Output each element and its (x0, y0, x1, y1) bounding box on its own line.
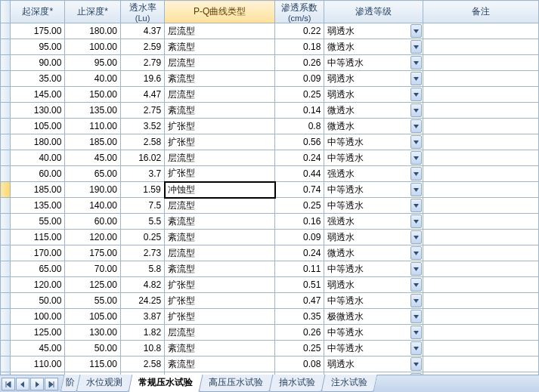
cell-start-depth[interactable]: 180.00 (11, 134, 65, 150)
row-selector[interactable] (1, 325, 11, 341)
cell-perm-rate[interactable]: 19.6 (120, 71, 164, 87)
cell-end-depth[interactable]: 175.00 (65, 245, 120, 261)
cell-end-depth[interactable]: 180.00 (65, 23, 120, 39)
cell-remark[interactable] (423, 103, 539, 119)
row-selector[interactable] (1, 55, 11, 71)
table-row[interactable]: 170.00175.002.73层流型0.24微透水 (1, 245, 539, 261)
cell-perm-rate[interactable]: 1.59 (120, 182, 164, 198)
table-row[interactable]: 40.0045.0016.02层流型0.24中等透水 (1, 150, 539, 166)
cell-start-depth[interactable]: 95.00 (11, 39, 65, 55)
table-row[interactable]: 90.0095.002.79层流型0.26中等透水 (1, 55, 539, 71)
cell-end-depth[interactable]: 70.00 (65, 261, 120, 277)
cell-perm-coef[interactable]: 0.16 (275, 214, 324, 230)
cell-perm-rate[interactable]: 2.58 (120, 134, 164, 150)
cell-pq-type[interactable]: 扩张型 (165, 119, 275, 134)
cell-perm-rate[interactable]: 2.75 (120, 103, 164, 119)
cell-end-depth[interactable]: 190.00 (65, 182, 120, 198)
cell-pq-type[interactable]: 层流型 (165, 245, 275, 261)
cell-start-depth[interactable]: 45.00 (11, 341, 65, 357)
tab-nav-next[interactable] (30, 378, 44, 390)
cell-perm-rate[interactable]: 3.7 (120, 166, 164, 182)
cell-end-depth[interactable]: 60.00 (65, 214, 120, 230)
cell-remark[interactable] (423, 23, 539, 39)
cell-pq-type[interactable]: 扩张型 (165, 277, 275, 293)
dropdown-button[interactable] (410, 310, 422, 323)
cell-end-depth[interactable]: 105.00 (65, 309, 120, 325)
cell-end-depth[interactable]: 95.00 (65, 55, 120, 71)
row-selector[interactable] (1, 214, 11, 230)
cell-start-depth[interactable]: 135.00 (11, 198, 65, 214)
cell-end-depth[interactable]: 125.00 (65, 277, 120, 293)
cell-pq-type[interactable]: 紊流型 (165, 261, 275, 277)
tab-pumping-test[interactable]: 抽水试验 (269, 375, 326, 392)
cell-pq-type[interactable]: 扩张型 (165, 309, 275, 325)
table-row[interactable]: 60.0065.003.7扩张型0.44强透水 (1, 166, 539, 182)
cell-remark[interactable] (423, 309, 539, 325)
col-pq-curve-type[interactable]: P-Q曲线类型 (165, 1, 275, 23)
cell-start-depth[interactable]: 90.00 (11, 55, 65, 71)
col-perm-grade[interactable]: 渗透等级 (324, 1, 423, 23)
cell-perm-rate[interactable]: 5.8 (120, 261, 164, 277)
table-row[interactable]: 185.00190.001.59冲蚀型0.74中等透水 (1, 182, 539, 198)
row-selector-header[interactable] (1, 1, 11, 23)
cell-end-depth[interactable]: 45.00 (65, 150, 120, 166)
cell-pq-type[interactable]: 紊流型 (165, 230, 275, 245)
cell-perm-coef[interactable]: 0.51 (275, 277, 324, 293)
cell-start-depth[interactable]: 120.00 (11, 277, 65, 293)
cell-pq-type[interactable]: 层流型 (165, 87, 275, 103)
cell-perm-coef[interactable]: 0.35 (275, 309, 324, 325)
cell-start-depth[interactable]: 110.00 (11, 357, 65, 372)
tab-nav-last[interactable] (45, 378, 58, 390)
col-perm-coefficient[interactable]: 渗透系数(cm/s) (275, 1, 324, 23)
cell-perm-coef[interactable]: 0.56 (275, 134, 324, 150)
cell-perm-coef[interactable]: 0.24 (275, 150, 324, 166)
dropdown-button[interactable] (410, 357, 422, 371)
cell-pq-type[interactable]: 紊流型 (165, 39, 275, 55)
cell-pq-type[interactable]: 层流型 (165, 55, 275, 71)
cell-perm-grade[interactable]: 微透水 (324, 245, 423, 261)
table-row[interactable]: 65.0070.005.8紊流型0.11中等透水 (1, 261, 539, 277)
cell-remark[interactable] (423, 166, 539, 182)
tab-water-level[interactable]: 水位观测 (76, 375, 133, 392)
cell-perm-grade[interactable]: 弱透水 (324, 87, 423, 103)
cell-perm-grade[interactable]: 弱透水 (324, 23, 423, 39)
cell-perm-coef[interactable]: 0.25 (275, 87, 324, 103)
cell-pq-type[interactable]: 层流型 (165, 198, 275, 214)
cell-pq-type[interactable]: 扩张型 (165, 134, 275, 150)
cell-end-depth[interactable]: 40.00 (65, 71, 120, 87)
table-row[interactable]: 125.00130.001.82层流型0.26中等透水 (1, 325, 539, 341)
cell-perm-rate[interactable]: 3.52 (120, 119, 164, 134)
row-selector[interactable] (1, 71, 11, 87)
cell-perm-rate[interactable]: 24.25 (120, 293, 164, 309)
cell-perm-grade[interactable]: 微透水 (324, 39, 423, 55)
tab-nav-prev[interactable] (16, 378, 29, 390)
cell-perm-grade[interactable]: 弱透水 (324, 230, 423, 245)
dropdown-button[interactable] (410, 278, 422, 292)
table-row[interactable]: 105.00110.003.52扩张型0.8微透水 (1, 119, 539, 134)
cell-perm-grade[interactable]: 中等透水 (324, 198, 423, 214)
cell-perm-rate[interactable]: 4.37 (120, 23, 164, 39)
row-selector[interactable] (1, 39, 11, 55)
cell-perm-coef[interactable]: 0.25 (275, 198, 324, 214)
cell-start-depth[interactable]: 130.00 (11, 103, 65, 119)
cell-end-depth[interactable]: 120.00 (65, 230, 120, 245)
cell-perm-grade[interactable]: 弱透水 (324, 277, 423, 293)
dropdown-button[interactable] (410, 103, 422, 117)
cell-remark[interactable] (423, 55, 539, 71)
cell-pq-type[interactable]: 层流型 (165, 325, 275, 341)
dropdown-button[interactable] (410, 215, 422, 228)
cell-perm-grade[interactable]: 微透水 (324, 103, 423, 119)
cell-end-depth[interactable]: 140.00 (65, 198, 120, 214)
cell-perm-grade[interactable]: 强透水 (324, 214, 423, 230)
cell-remark[interactable] (423, 198, 539, 214)
row-selector[interactable] (1, 119, 11, 134)
col-start-depth[interactable]: 起深度* (11, 1, 65, 23)
cell-perm-coef[interactable]: 0.25 (275, 341, 324, 357)
dropdown-button[interactable] (410, 72, 422, 85)
cell-perm-rate[interactable]: 2.59 (120, 39, 164, 55)
cell-perm-rate[interactable]: 3.87 (120, 309, 164, 325)
cell-perm-grade[interactable]: 中等透水 (324, 341, 423, 357)
table-row[interactable]: 180.00185.002.58扩张型0.56中等透水 (1, 134, 539, 150)
cell-end-depth[interactable]: 115.00 (65, 357, 120, 372)
cell-end-depth[interactable]: 100.00 (65, 39, 120, 55)
